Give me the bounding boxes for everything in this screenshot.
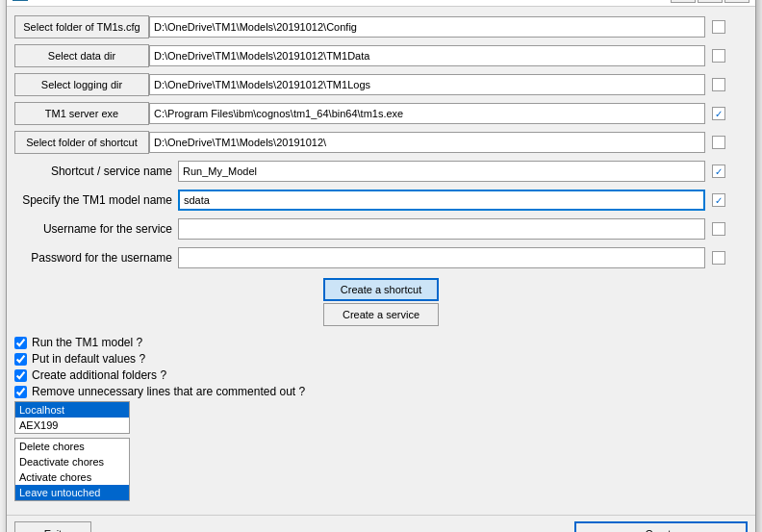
logging-dir-row: Select logging dir (14, 72, 748, 97)
lower-section: Run the TM1 model ? Put in default value… (14, 336, 748, 501)
server-exe-input[interactable] (149, 103, 705, 124)
default-values-label: Put in default values ? (32, 352, 145, 366)
server-exe-checkbox[interactable] (712, 107, 725, 120)
chore-item-delete[interactable]: Delete chores (15, 439, 129, 454)
model-name-row: Specify the TM1 model name (14, 188, 748, 213)
cfg-folder-button[interactable]: Select folder of TM1s.cfg (14, 15, 149, 38)
default-values-checkbox[interactable] (14, 353, 27, 366)
default-values-row: Put in default values ? (14, 352, 748, 366)
service-name-input[interactable] (178, 161, 705, 182)
title-bar: TM Run a TM1 model — □ ✕ (7, 0, 755, 7)
cfg-folder-checkbox-container (709, 17, 728, 37)
create-shortcut-button[interactable]: Create a shortcut (323, 278, 439, 301)
cfg-folder-input[interactable] (149, 16, 705, 38)
close-button[interactable]: ✕ (724, 0, 749, 3)
service-name-label: Shortcut / service name (14, 165, 178, 178)
shortcut-folder-input[interactable] (149, 132, 705, 153)
exit-button[interactable]: Exit (14, 521, 91, 532)
data-dir-input[interactable] (149, 45, 705, 66)
password-checkbox-container (709, 248, 728, 267)
data-dir-button[interactable]: Select data dir (14, 44, 149, 67)
maximize-button[interactable]: □ (698, 0, 723, 3)
main-window: TM Run a TM1 model — □ ✕ Select folder o… (6, 0, 756, 532)
chore-item-activate[interactable]: Activate chores (15, 469, 129, 485)
model-name-label: Specify the TM1 model name (14, 193, 178, 207)
server-list: Localhost AEX199 (14, 401, 130, 434)
bottom-bar: Exit Create (7, 515, 755, 532)
data-dir-row: Select data dir (14, 43, 748, 68)
run-tm1-row: Run the TM1 model ? (14, 336, 748, 349)
remove-commented-label: Remove unnecessary lines that are commen… (32, 385, 305, 398)
server-list-item-aex199[interactable]: AEX199 (15, 418, 129, 433)
model-name-input[interactable] (178, 190, 705, 211)
window-controls: — □ ✕ (671, 0, 749, 3)
create-service-button[interactable]: Create a service (323, 303, 439, 326)
model-name-checkbox-container (709, 190, 728, 210)
service-name-checkbox-container (709, 162, 728, 181)
chores-list: Delete chores Deactivate chores Activate… (14, 438, 130, 501)
logging-dir-checkbox[interactable] (712, 78, 725, 91)
password-input[interactable] (178, 247, 705, 268)
chore-item-leave[interactable]: Leave untouched (15, 485, 129, 500)
additional-folders-row: Create additional folders ? (14, 368, 748, 382)
cfg-folder-checkbox[interactable] (712, 20, 725, 34)
username-checkbox-container (709, 219, 728, 239)
run-tm1-checkbox[interactable] (14, 337, 27, 349)
button-input-rows: Select folder of TM1s.cfg Select data di… (14, 14, 748, 270)
service-name-checkbox[interactable] (712, 165, 725, 178)
action-buttons-area: Create a shortcut Create a service (14, 278, 748, 328)
password-row: Password for the username (14, 245, 748, 270)
create-button[interactable]: Create (574, 521, 748, 532)
data-dir-checkbox[interactable] (712, 49, 725, 63)
server-exe-row: TM1 server exe (14, 101, 748, 126)
chore-item-deactivate[interactable]: Deactivate chores (15, 454, 129, 469)
content-area: Select folder of TM1s.cfg Select data di… (7, 7, 755, 509)
username-label: Username for the service (14, 222, 178, 236)
minimize-button[interactable]: — (671, 0, 696, 3)
username-checkbox[interactable] (712, 222, 725, 236)
server-list-item-localhost[interactable]: Localhost (15, 402, 129, 418)
remove-commented-checkbox[interactable] (14, 386, 27, 398)
app-icon: TM (13, 0, 28, 1)
shortcut-folder-button[interactable]: Select folder of shortcut (14, 131, 149, 154)
shortcut-folder-checkbox-container (709, 133, 728, 152)
remove-commented-row: Remove unnecessary lines that are commen… (14, 385, 748, 398)
run-tm1-label: Run the TM1 model ? (32, 336, 142, 349)
password-checkbox[interactable] (712, 251, 725, 265)
username-input[interactable] (178, 218, 705, 240)
server-exe-checkbox-container (709, 104, 728, 123)
additional-folders-checkbox[interactable] (14, 369, 27, 382)
password-label: Password for the username (14, 251, 178, 265)
server-exe-button[interactable]: TM1 server exe (14, 102, 149, 125)
model-name-checkbox[interactable] (712, 193, 725, 207)
service-name-row: Shortcut / service name (14, 159, 748, 184)
additional-folders-label: Create additional folders ? (32, 368, 166, 382)
cfg-folder-row: Select folder of TM1s.cfg (14, 14, 748, 39)
logging-dir-checkbox-container (709, 75, 728, 94)
data-dir-checkbox-container (709, 46, 728, 65)
checkboxes-and-lists: Run the TM1 model ? Put in default value… (14, 336, 748, 501)
logging-dir-button[interactable]: Select logging dir (14, 73, 149, 96)
shortcut-folder-row: Select folder of shortcut (14, 130, 748, 155)
logging-dir-input[interactable] (149, 74, 705, 95)
username-row: Username for the service (14, 216, 748, 241)
shortcut-folder-checkbox[interactable] (712, 136, 725, 149)
